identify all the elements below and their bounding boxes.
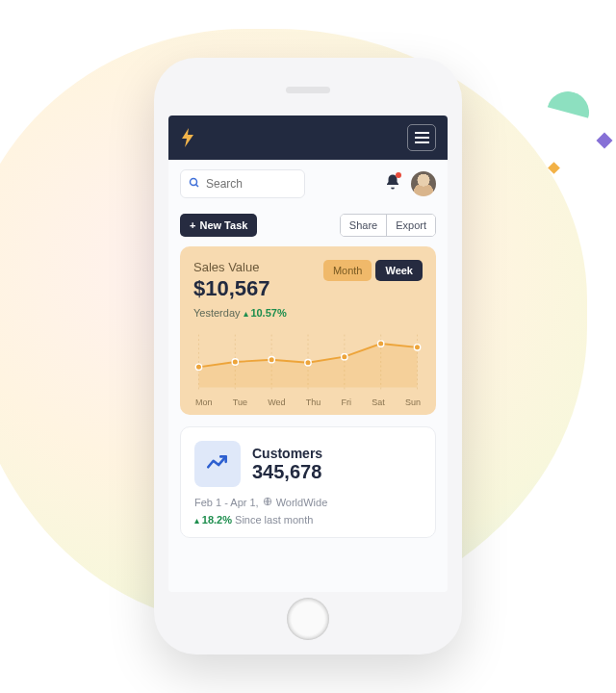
toggle-month[interactable]: Month: [323, 260, 372, 281]
sales-chart: MonTueWedThuFriSatSun: [193, 328, 423, 407]
notification-dot-icon: [396, 172, 401, 178]
avatar[interactable]: [411, 171, 436, 196]
customers-meta: Feb 1 - Apr 1, WorldWide: [194, 497, 422, 508]
decoration-semicircle: [542, 87, 594, 139]
customers-card: Customers 345,678 Feb 1 - Apr 1, WorldWi…: [180, 426, 436, 538]
chart-x-label: Wed: [268, 398, 285, 407]
export-button[interactable]: Export: [386, 215, 435, 236]
search-field[interactable]: [180, 169, 305, 198]
svg-line-1: [196, 185, 199, 188]
notifications-button[interactable]: [384, 173, 401, 194]
decoration-diamond: [597, 133, 613, 149]
toolbar: [168, 160, 448, 208]
app-screen: + New Task Share Export Sales Value $10,…: [168, 116, 448, 592]
svg-point-9: [195, 364, 201, 370]
plus-icon: +: [190, 219, 195, 231]
globe-icon: [263, 497, 272, 508]
phone-home-button: [287, 598, 329, 640]
search-icon: [189, 175, 200, 192]
new-task-button[interactable]: + New Task: [180, 214, 257, 237]
search-input[interactable]: [206, 177, 296, 191]
customers-period: Feb 1 - Apr 1,: [194, 497, 259, 508]
customers-title: Customers: [252, 446, 322, 461]
caret-up-icon: ▴: [194, 515, 202, 526]
phone-frame: + New Task Share Export Sales Value $10,…: [154, 58, 462, 654]
svg-point-0: [191, 179, 197, 186]
logo-bolt-icon[interactable]: [180, 128, 195, 147]
chart-x-label: Thu: [306, 398, 321, 407]
chart-x-label: Fri: [342, 398, 352, 407]
customers-change-label: Since last month: [235, 514, 313, 526]
chart-x-label: Sat: [372, 398, 385, 407]
customers-value: 345,678: [252, 461, 322, 483]
customers-chart-icon: [194, 441, 241, 487]
svg-point-11: [269, 357, 274, 363]
toggle-week[interactable]: Week: [375, 260, 423, 281]
navbar: [168, 116, 448, 160]
svg-point-14: [377, 341, 383, 346]
svg-point-12: [305, 360, 311, 366]
chart-x-label: Mon: [195, 398, 213, 407]
customers-change: ▴ 18.2% Since last month: [194, 514, 422, 526]
chart-x-label: Tue: [233, 398, 247, 407]
actions-row: + New Task Share Export: [168, 208, 448, 246]
svg-point-15: [414, 345, 420, 350]
sales-change: Yesterday ▴ 10.57%: [193, 307, 423, 319]
customers-change-pct: 18.2%: [202, 514, 232, 526]
sales-since-label: Yesterday: [193, 307, 241, 319]
sales-change-pct: 10.57%: [250, 307, 286, 319]
menu-button[interactable]: [407, 124, 436, 151]
period-toggle: Month Week: [323, 260, 423, 281]
svg-point-10: [232, 359, 238, 365]
customers-scope: WorldWide: [276, 497, 328, 508]
svg-point-13: [342, 353, 347, 359]
chart-x-label: Sun: [405, 398, 421, 407]
phone-speaker: [286, 87, 330, 93]
sales-card: Sales Value $10,567 Month Week Yesterday…: [180, 246, 436, 415]
sales-title: Sales Value: [193, 260, 270, 274]
sales-value: $10,567: [193, 276, 270, 301]
share-button[interactable]: Share: [341, 215, 386, 236]
new-task-label: New Task: [199, 219, 247, 231]
share-export-group: Share Export: [340, 214, 436, 237]
